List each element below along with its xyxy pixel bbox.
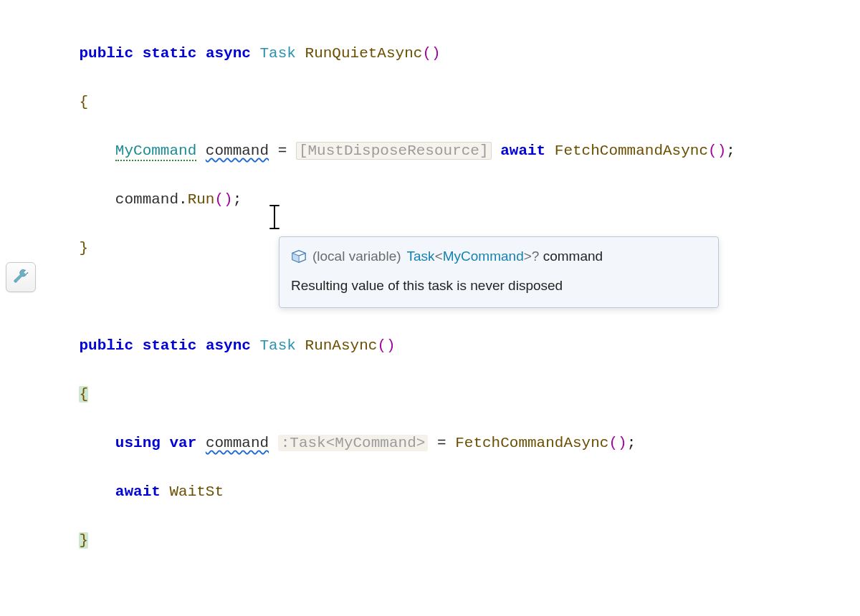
- code-editor[interactable]: public static async Task RunQuietAsync()…: [0, 0, 860, 616]
- code-line[interactable]: [43, 577, 860, 602]
- paren-open: (: [214, 191, 224, 208]
- keyword-await: await: [500, 143, 545, 159]
- paren-open: (: [377, 337, 386, 354]
- code-line[interactable]: public static async Task RunQuietAsync(): [43, 42, 860, 66]
- paren-open: (: [608, 435, 618, 451]
- keyword-async: async: [206, 337, 251, 354]
- wrench-icon: [12, 269, 29, 286]
- quick-fix-button[interactable]: [6, 262, 36, 292]
- var-command: command: [206, 143, 269, 159]
- tooltip-angle-open: <: [435, 249, 443, 264]
- brace-open: {: [79, 94, 88, 110]
- dot: .: [178, 191, 188, 208]
- keyword-public: public: [79, 45, 133, 62]
- paren-close: ): [717, 143, 727, 159]
- semicolon: ;: [233, 191, 242, 208]
- hover-tooltip: (local variable) Task<MyCommand>? comman…: [279, 236, 719, 308]
- method-fetchcommandasync: FetchCommandAsync: [455, 435, 608, 451]
- code-line[interactable]: {: [43, 382, 860, 407]
- paren-close: ): [386, 337, 396, 354]
- inlay-type-hint: :Task<MyCommand>: [278, 435, 429, 451]
- tooltip-kind: (local variable): [312, 246, 401, 268]
- code-line[interactable]: }: [43, 529, 860, 553]
- type-mycommand: MyCommand: [115, 143, 196, 161]
- code-line[interactable]: {: [43, 90, 860, 115]
- semicolon: ;: [726, 143, 735, 159]
- paren-open: (: [708, 143, 717, 159]
- var-command: command: [115, 191, 178, 208]
- code-area[interactable]: public static async Task RunQuietAsync()…: [0, 17, 860, 616]
- keyword-var: var: [169, 435, 196, 451]
- paren-close: ): [224, 191, 233, 208]
- variable-icon: [291, 250, 307, 263]
- tooltip-type-task: Task: [407, 249, 435, 264]
- tooltip-message: Resulting value of this task is never di…: [291, 275, 707, 297]
- paren-open: (: [422, 45, 431, 62]
- tooltip-type-inner: MyCommand: [443, 249, 524, 264]
- method-fetchcommandasync: FetchCommandAsync: [555, 143, 708, 159]
- brace-open: {: [79, 386, 88, 403]
- brace-close: }: [79, 532, 88, 549]
- type-task: Task: [260, 45, 296, 62]
- method-waitstarting-cut: WaitSt: [169, 483, 224, 500]
- tooltip-variable-name: command: [539, 249, 603, 264]
- inlay-attribute: [MustDisposeResource]: [296, 142, 492, 160]
- keyword-await: await: [115, 483, 161, 500]
- method-runasync: RunAsync: [305, 337, 378, 354]
- keyword-using: using: [115, 435, 161, 451]
- paren-close: ): [618, 435, 627, 451]
- tooltip-signature: (local variable) Task<MyCommand>? comman…: [291, 246, 707, 268]
- method-run: Run: [188, 191, 215, 208]
- keyword-public: public: [79, 337, 133, 354]
- semicolon: ;: [627, 435, 636, 451]
- paren-close: ): [431, 45, 441, 62]
- keyword-async: async: [206, 45, 251, 62]
- code-line[interactable]: command.Run();: [43, 188, 860, 212]
- method-runquietasync: RunQuietAsync: [305, 45, 423, 62]
- op-eq: =: [278, 143, 287, 159]
- code-line[interactable]: MyCommand command = [MustDisposeResource…: [43, 139, 860, 163]
- var-command: command: [206, 435, 269, 451]
- code-line[interactable]: await WaitSt: [43, 480, 860, 504]
- brace-close: }: [79, 240, 88, 256]
- code-line[interactable]: public static async Task RunAsync(): [43, 334, 860, 358]
- code-line[interactable]: using var command :Task<MyCommand> = Fet…: [43, 431, 860, 456]
- keyword-static: static: [143, 337, 197, 354]
- tooltip-angle-close: >: [524, 249, 532, 264]
- op-eq: =: [437, 435, 446, 451]
- type-task: Task: [260, 337, 296, 354]
- keyword-static: static: [143, 45, 197, 62]
- tooltip-nullable: ?: [532, 249, 540, 264]
